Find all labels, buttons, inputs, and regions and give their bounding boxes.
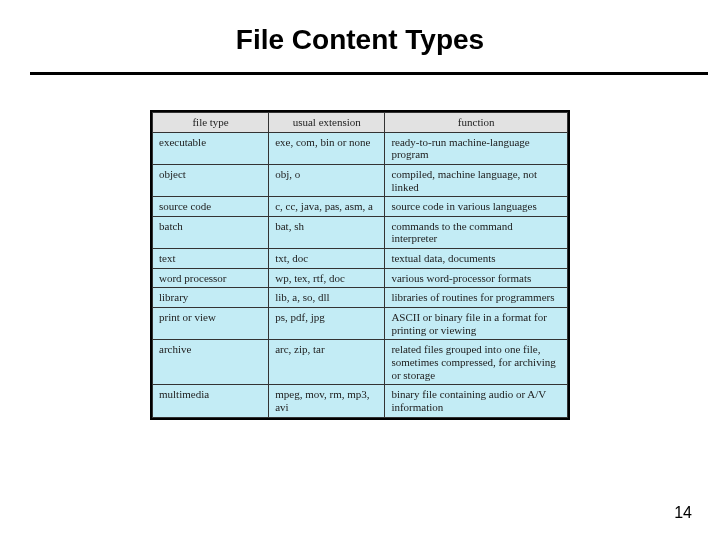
cell-function: compiled, machine language, not linked: [385, 164, 568, 196]
cell-function: binary file containing audio or A/V info…: [385, 385, 568, 417]
cell-extension: lib, a, so, dll: [269, 288, 385, 308]
table-row: word processor wp, tex, rtf, doc various…: [153, 268, 568, 288]
cell-function: source code in various languages: [385, 197, 568, 217]
cell-file-type: archive: [153, 340, 269, 385]
cell-function: ready-to-run machine-language program: [385, 132, 568, 164]
cell-file-type: object: [153, 164, 269, 196]
table-row: library lib, a, so, dll libraries of rou…: [153, 288, 568, 308]
file-types-table: file type usual extension function execu…: [150, 110, 570, 420]
cell-function: ASCII or binary file in a format for pri…: [385, 308, 568, 340]
cell-extension: txt, doc: [269, 249, 385, 269]
table-row: archive arc, zip, tar related files grou…: [153, 340, 568, 385]
cell-extension: ps, pdf, jpg: [269, 308, 385, 340]
cell-file-type: word processor: [153, 268, 269, 288]
cell-function: libraries of routines for programmers: [385, 288, 568, 308]
table-header: file type usual extension function: [153, 113, 568, 133]
page-number: 14: [674, 504, 692, 522]
table-body: executable exe, com, bin or none ready-t…: [153, 132, 568, 417]
cell-file-type: multimedia: [153, 385, 269, 417]
table: file type usual extension function execu…: [152, 112, 568, 418]
table-row: multimedia mpeg, mov, rm, mp3, avi binar…: [153, 385, 568, 417]
col-header-file-type: file type: [153, 113, 269, 133]
cell-function: commands to the command interpreter: [385, 216, 568, 248]
title-underline: [30, 72, 708, 75]
table-row: source code c, cc, java, pas, asm, a sou…: [153, 197, 568, 217]
col-header-extension: usual extension: [269, 113, 385, 133]
page-title: File Content Types: [0, 24, 720, 56]
table-row: object obj, o compiled, machine language…: [153, 164, 568, 196]
cell-extension: bat, sh: [269, 216, 385, 248]
table-row: executable exe, com, bin or none ready-t…: [153, 132, 568, 164]
cell-extension: mpeg, mov, rm, mp3, avi: [269, 385, 385, 417]
cell-file-type: batch: [153, 216, 269, 248]
cell-extension: obj, o: [269, 164, 385, 196]
table-row: print or view ps, pdf, jpg ASCII or bina…: [153, 308, 568, 340]
cell-file-type: print or view: [153, 308, 269, 340]
cell-function: related files grouped into one file, som…: [385, 340, 568, 385]
slide: File Content Types file type usual exten…: [0, 0, 720, 540]
cell-file-type: text: [153, 249, 269, 269]
table-row: batch bat, sh commands to the command in…: [153, 216, 568, 248]
col-header-function: function: [385, 113, 568, 133]
cell-file-type: executable: [153, 132, 269, 164]
table-row: text txt, doc textual data, documents: [153, 249, 568, 269]
cell-extension: exe, com, bin or none: [269, 132, 385, 164]
cell-file-type: source code: [153, 197, 269, 217]
cell-extension: arc, zip, tar: [269, 340, 385, 385]
table-header-row: file type usual extension function: [153, 113, 568, 133]
cell-function: textual data, documents: [385, 249, 568, 269]
cell-extension: c, cc, java, pas, asm, a: [269, 197, 385, 217]
cell-function: various word-processor formats: [385, 268, 568, 288]
cell-extension: wp, tex, rtf, doc: [269, 268, 385, 288]
cell-file-type: library: [153, 288, 269, 308]
